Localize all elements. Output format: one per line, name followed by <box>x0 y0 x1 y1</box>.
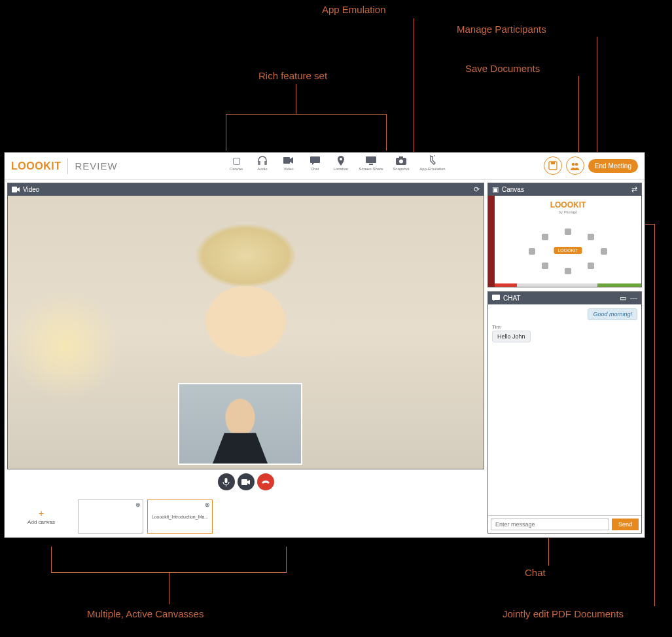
svg-rect-12 <box>12 187 17 192</box>
svg-rect-9 <box>551 162 555 164</box>
canvas-panel-title: Canvas <box>502 186 524 193</box>
chat-icon <box>308 155 321 166</box>
brand-logo: LOOOKIT <box>11 158 68 174</box>
chat-panel: CHAT ▭ — Good morning! Tim Hello John <box>487 291 642 534</box>
annot-line <box>414 18 414 152</box>
canvas-thumb-label: Looookit_Introduction_Ma... <box>152 515 208 519</box>
chat-body: Good morning! Tim Hello John <box>488 304 641 515</box>
annot-multiple-canvasses: Multiple, Active Canvasses <box>87 608 203 619</box>
canvas-body[interactable]: LOOOKIT by Plurago LOOOKIT <box>488 196 641 287</box>
topbar: LOOOKIT REVIEW ▢ Canvas Audio Video <box>5 153 645 180</box>
end-meeting-button[interactable]: End Meeting <box>588 159 638 173</box>
annot-manage-participants: Manage Participants <box>457 24 546 35</box>
chat-message-row: Good morning! <box>492 308 637 320</box>
video-panel: Video ⟳ <box>7 183 484 469</box>
headphones-icon <box>256 155 269 166</box>
mute-button[interactable] <box>218 473 235 490</box>
canvas-strip: + Add canvas ⊗ ⊗ Looookit_Introduction_M… <box>7 496 484 534</box>
chat-message-row: Hello John <box>492 331 637 342</box>
toolbar-location-button[interactable]: Location <box>330 155 351 171</box>
toolbar-video-button[interactable]: Video <box>278 155 299 171</box>
svg-point-2 <box>340 158 342 160</box>
video-icon <box>282 155 295 166</box>
page-title: REVIEW <box>68 160 117 172</box>
close-icon[interactable]: ⊗ <box>135 501 141 508</box>
chat-panel-header: CHAT ▭ — <box>488 292 641 304</box>
layers-icon: ▣ <box>492 185 499 194</box>
chat-message: Hello John <box>492 331 531 342</box>
toolbar-label: Chat <box>311 167 319 171</box>
save-documents-button[interactable] <box>544 156 562 175</box>
annot-line <box>169 573 169 604</box>
svg-rect-1 <box>310 156 320 163</box>
svg-point-7 <box>399 159 403 163</box>
refresh-icon[interactable]: ⟳ <box>474 185 480 194</box>
annot-jointly-edit: Jointly edit PDF Documents <box>503 608 624 619</box>
hangup-button[interactable] <box>257 473 274 490</box>
toolbar-canvas-button[interactable]: ▢ Canvas <box>226 155 247 171</box>
toolbar-chat-button[interactable]: Chat <box>304 155 325 171</box>
main-area: Video ⟳ <box>5 180 645 537</box>
expand-icon[interactable]: ▭ <box>620 294 626 302</box>
slide-progress[interactable] <box>495 283 641 287</box>
minimize-icon[interactable]: — <box>630 294 637 302</box>
manage-participants-button[interactable] <box>566 156 584 175</box>
slide-center-badge: LOOOKIT <box>554 247 582 254</box>
svg-rect-0 <box>283 157 290 164</box>
call-controls <box>7 469 484 496</box>
annot-rich-feature: Rich feature set <box>258 70 327 81</box>
toolbar-label: Location <box>334 167 349 171</box>
annot-bracket <box>226 114 387 151</box>
slide-subtitle: by Plurago <box>559 210 578 214</box>
toolbar-label: Canvas <box>230 167 243 171</box>
add-canvas-label: Add canvas <box>27 519 55 525</box>
canvas-thumbnail-active[interactable]: ⊗ Looookit_Introduction_Ma... <box>147 500 213 534</box>
svg-rect-14 <box>241 479 247 485</box>
svg-rect-4 <box>369 164 373 165</box>
left-column: Video ⟳ <box>5 180 487 537</box>
toolbar-label: Audio <box>257 167 267 171</box>
camera-icon <box>395 155 408 166</box>
right-column: ▣ Canvas ⇄ LOOOKIT by Plurago <box>487 180 645 537</box>
video-panel-title: Video <box>23 186 39 193</box>
toolbar-appemulation-button[interactable]: App-Emulation <box>417 155 448 171</box>
slide-logo: LOOOKIT <box>550 200 586 209</box>
svg-rect-15 <box>492 295 500 300</box>
chat-message-block: Tim Hello John <box>492 324 637 342</box>
canvas-panel: ▣ Canvas ⇄ LOOOKIT by Plurago <box>487 183 642 287</box>
toolbar-label: Snapshot <box>393 167 409 171</box>
chat-send-button[interactable]: Send <box>612 519 639 530</box>
video-body <box>8 196 484 469</box>
annot-line <box>296 84 296 114</box>
annot-bracket-bottom <box>51 547 287 573</box>
chat-message: Good morning! <box>588 308 637 320</box>
toolbar-screenshare-button[interactable]: Screen-Share <box>357 155 385 171</box>
svg-point-10 <box>572 162 575 166</box>
pin-icon <box>334 155 347 166</box>
svg-rect-3 <box>366 156 376 163</box>
monitor-icon <box>364 155 378 166</box>
toolbar-label: App-Emulation <box>419 167 445 171</box>
whiteboard-icon: ▢ <box>230 155 243 166</box>
toolbar-audio-button[interactable]: Audio <box>252 155 273 171</box>
canvas-thumbnail[interactable]: ⊗ <box>78 500 143 534</box>
video-pip[interactable] <box>178 383 302 465</box>
video-icon <box>12 186 20 194</box>
chat-panel-title: CHAT <box>503 295 520 302</box>
swap-icon[interactable]: ⇄ <box>631 185 637 194</box>
camera-toggle-button[interactable] <box>238 473 255 490</box>
canvas-panel-header: ▣ Canvas ⇄ <box>488 183 641 196</box>
close-icon[interactable]: ⊗ <box>205 501 210 508</box>
chat-input-row: Send <box>488 515 641 533</box>
svg-rect-13 <box>225 478 228 483</box>
add-canvas-button[interactable]: + Add canvas <box>9 500 74 534</box>
topbar-right: End Meeting <box>544 156 638 175</box>
svg-point-11 <box>575 162 578 166</box>
svg-rect-6 <box>399 156 403 158</box>
video-panel-header: Video ⟳ <box>8 183 484 196</box>
chat-icon <box>492 295 500 302</box>
annot-app-emulation: App Emulation <box>322 4 386 15</box>
chat-input[interactable] <box>491 519 609 530</box>
toolbar-snapshot-button[interactable]: Snapshot <box>391 155 412 171</box>
chat-username: Tim <box>492 324 637 330</box>
